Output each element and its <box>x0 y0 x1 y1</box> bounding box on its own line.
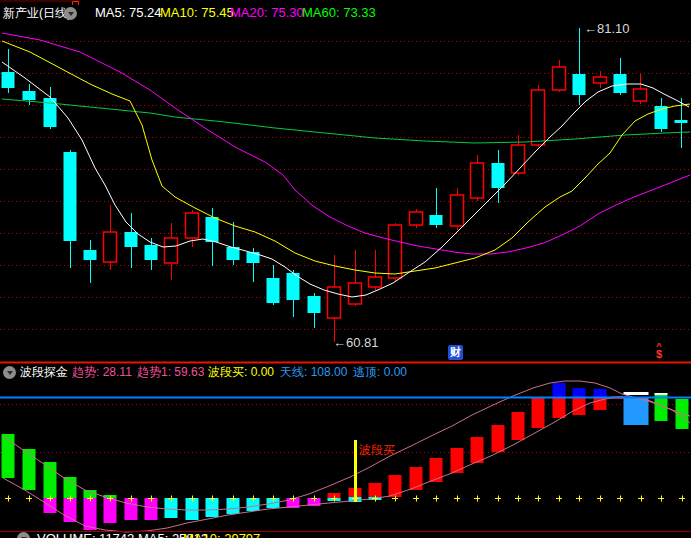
volume-collapse-chevron-icon[interactable] <box>17 532 30 538</box>
sky-line-value: 天线: 108.00 <box>280 366 347 379</box>
trend-value: 趋势: 28.11 <box>72 366 132 379</box>
indicator-name: 波段探金 <box>20 366 68 379</box>
stock-app-window: 新产业(日线) MA5: 75.24 MA10: 75.45 MA20: 75.… <box>0 0 691 538</box>
trend1-value: 趋势1: 59.63 <box>137 366 204 379</box>
indicator-collapse-chevron-icon[interactable] <box>3 366 16 379</box>
volume-ma10-legend: MA10: 29797 <box>183 532 260 538</box>
collapse-chevron-icon[interactable] <box>64 7 77 20</box>
band-buy-value: 波段买: 0.00 <box>208 366 274 379</box>
symbol-title: 新产业(日线) <box>3 7 71 20</box>
high-price-label: ←81.10 <box>584 22 630 36</box>
band-buy-signal-label: 波段买 <box>359 444 395 457</box>
escape-top-value: 逃顶: 0.00 <box>353 366 407 379</box>
ma60-legend: MA60: 73.33 <box>302 6 376 20</box>
low-price-label: ←60.81 <box>333 336 379 350</box>
ma10-legend: MA10: 75.45 <box>160 6 234 20</box>
dollar-marker-icon[interactable]: ^ $ <box>653 344 665 359</box>
chart-canvas[interactable] <box>0 0 691 538</box>
ma5-legend: MA5: 75.24 <box>95 6 162 20</box>
ma20-legend: MA20: 75.30 <box>230 6 304 20</box>
finance-badge-icon[interactable]: 财 <box>448 345 463 360</box>
